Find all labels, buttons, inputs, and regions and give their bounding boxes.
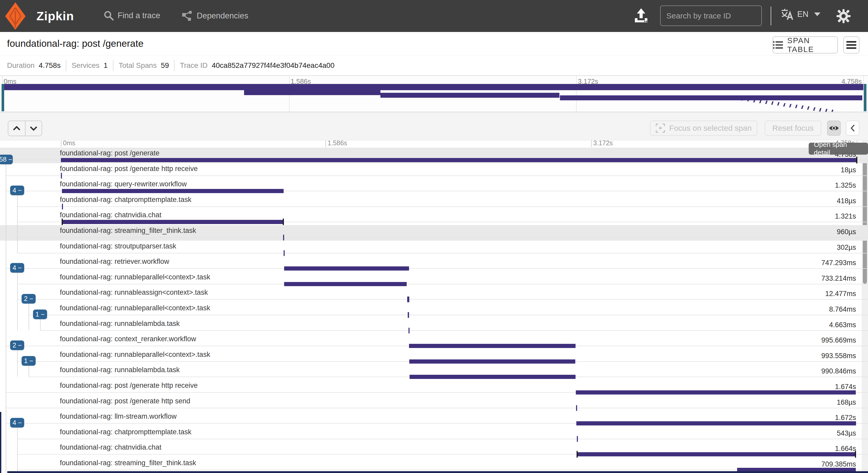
span-row[interactable]: foundational-rag: runnableparallel<conte… bbox=[0, 349, 868, 365]
span-bar bbox=[408, 312, 409, 318]
timeline-tick-label: 1.586s bbox=[328, 140, 347, 147]
chevron-down-icon bbox=[814, 12, 820, 16]
span-row[interactable]: foundational-rag: streaming_filter_think… bbox=[0, 458, 868, 473]
collapse-children-badge[interactable]: 1 − bbox=[22, 356, 36, 366]
span-row[interactable]: foundational-rag: llm-stream.workflow1.6… bbox=[0, 411, 868, 427]
search-icon bbox=[103, 10, 114, 21]
span-duration: 990.846ms bbox=[821, 367, 856, 375]
previous-span-button[interactable] bbox=[8, 121, 25, 136]
minimap-viewport-handle[interactable] bbox=[2, 84, 4, 111]
span-row[interactable]: foundational-rag: retriever.workflow747.… bbox=[0, 256, 868, 272]
minimap-small-span-mark bbox=[831, 110, 833, 112]
span-row[interactable]: foundational-rag: runnableassign<context… bbox=[0, 287, 868, 303]
menu-button[interactable] bbox=[843, 36, 860, 54]
span-row[interactable]: foundational-rag: chatnvidia.chat1.321s bbox=[0, 209, 868, 225]
collapse-children-badge[interactable]: 4 − bbox=[10, 418, 24, 428]
trace-header: foundational-rag: post /generate SPAN TA… bbox=[0, 32, 868, 55]
span-row[interactable]: foundational-rag: runnableparallel<conte… bbox=[0, 272, 868, 287]
span-name: foundational-rag: runnableparallel<conte… bbox=[60, 273, 210, 281]
minimap-small-span-mark bbox=[777, 102, 779, 105]
minimap-small-span-mark bbox=[783, 103, 785, 107]
minimap-small-span-mark bbox=[789, 104, 792, 107]
row-gridline bbox=[17, 237, 868, 238]
minimap-viewport-handle[interactable] bbox=[864, 84, 866, 111]
focus-selected-span-button[interactable]: Focus on selected span bbox=[650, 121, 757, 136]
chevron-up-icon bbox=[13, 126, 21, 131]
span-bar bbox=[284, 250, 285, 256]
zipkin-logo-icon bbox=[4, 2, 27, 30]
span-duration: 960µs bbox=[837, 228, 856, 236]
row-gridline bbox=[17, 299, 868, 300]
row-gridline bbox=[17, 253, 868, 254]
trace-id-search-input[interactable] bbox=[660, 5, 762, 26]
collapse-children-badge[interactable]: 1 − bbox=[33, 309, 47, 319]
span-row[interactable]: foundational-rag: post /generate http re… bbox=[0, 163, 868, 179]
trace-minimap[interactable]: 0ms1.586s3.172s4.758s bbox=[0, 76, 868, 112]
row-nav-buttons bbox=[8, 121, 42, 136]
span-bar bbox=[409, 344, 576, 348]
span-bar bbox=[284, 266, 409, 271]
hamburger-icon bbox=[846, 41, 856, 49]
span-bar bbox=[62, 220, 283, 224]
span-row[interactable]: foundational-rag: context_reranker.workf… bbox=[0, 333, 868, 349]
span-annotation-marker bbox=[283, 218, 284, 225]
meta-divider bbox=[174, 60, 175, 71]
span-row[interactable]: foundational-rag: chatprompttemplate.tas… bbox=[0, 194, 868, 210]
span-bar bbox=[576, 421, 856, 426]
reset-focus-button[interactable]: Reset focus bbox=[765, 121, 821, 136]
span-row[interactable]: foundational-rag: chatnvidia.chat1.664s bbox=[0, 442, 868, 458]
span-bar bbox=[61, 158, 857, 162]
timeline-tick-label: 0ms bbox=[63, 140, 75, 147]
row-gridline bbox=[17, 439, 868, 439]
span-row[interactable]: foundational-rag: runnablelambda.task4.6… bbox=[0, 318, 868, 334]
collapse-panel-button[interactable] bbox=[846, 121, 860, 136]
upload-trace-icon[interactable] bbox=[633, 8, 649, 25]
span-row[interactable]: foundational-rag: post /generate http re… bbox=[0, 380, 868, 396]
span-name: foundational-rag: runnableparallel<conte… bbox=[60, 350, 210, 359]
span-duration: 8.764ms bbox=[829, 305, 856, 313]
span-name: foundational-rag: retriever.workflow bbox=[60, 258, 169, 266]
span-name: foundational-rag: stroutputparser.task bbox=[60, 242, 176, 250]
collapse-children-badge[interactable]: 58 − bbox=[0, 155, 13, 164]
span-duration: 1.325s bbox=[835, 181, 856, 190]
nav-find-a-trace[interactable]: Find a trace bbox=[103, 10, 160, 21]
span-row[interactable]: foundational-rag: runnableparallel<conte… bbox=[0, 303, 868, 318]
span-duration: 1.672s bbox=[835, 414, 856, 422]
collapse-children-badge[interactable]: 2 − bbox=[10, 340, 24, 350]
row-gridline bbox=[6, 268, 868, 269]
span-annotation-marker bbox=[855, 451, 856, 458]
brand-title: Zipkin bbox=[36, 9, 74, 23]
span-row[interactable]: foundational-rag: query-rewriter.workflo… bbox=[0, 178, 868, 194]
next-span-button[interactable] bbox=[25, 121, 42, 136]
span-name: foundational-rag: post /generate http re… bbox=[60, 165, 198, 173]
settings-gear-icon[interactable] bbox=[836, 9, 851, 23]
span-bar bbox=[61, 173, 62, 178]
span-row[interactable]: foundational-rag: post /generate4.758s bbox=[0, 147, 868, 163]
span-row[interactable]: foundational-rag: chatprompttemplate.tas… bbox=[0, 427, 868, 442]
span-duration: 12.477ms bbox=[825, 290, 856, 298]
language-selector[interactable]: EN bbox=[781, 8, 820, 21]
span-name: foundational-rag: post /generate http re… bbox=[60, 381, 198, 390]
collapse-children-badge[interactable]: 4 − bbox=[10, 263, 24, 273]
span-duration: 168µs bbox=[837, 398, 856, 406]
span-row[interactable]: foundational-rag: streaming_filter_think… bbox=[0, 225, 868, 241]
minimap-gridline bbox=[576, 76, 577, 112]
collapse-children-badge[interactable]: 2 − bbox=[22, 294, 36, 304]
collapse-children-badge[interactable]: 4 − bbox=[10, 185, 24, 195]
minimap-small-span-mark bbox=[807, 106, 809, 110]
tree-guide-line bbox=[6, 164, 6, 473]
span-row[interactable]: foundational-rag: runnablelambda.task990… bbox=[0, 364, 868, 380]
span-bar bbox=[62, 204, 63, 209]
span-name: foundational-rag: chatprompttemplate.tas… bbox=[60, 428, 191, 436]
span-table-button[interactable]: SPAN TABLE bbox=[773, 36, 838, 54]
focus-button-label: Focus on selected span bbox=[669, 124, 752, 133]
span-name: foundational-rag: runnablelambda.task bbox=[60, 320, 180, 328]
nav-dependencies[interactable]: Dependencies bbox=[182, 10, 248, 21]
language-label: EN bbox=[797, 10, 808, 19]
span-row[interactable]: foundational-rag: stroutputparser.task30… bbox=[0, 241, 868, 256]
span-name: foundational-rag: streaming_filter_think… bbox=[60, 459, 196, 467]
eye-icon bbox=[829, 125, 839, 132]
span-row[interactable]: foundational-rag: post /generate http se… bbox=[0, 396, 868, 411]
toggle-span-detail-button[interactable] bbox=[827, 121, 841, 136]
translate-icon bbox=[781, 8, 794, 21]
